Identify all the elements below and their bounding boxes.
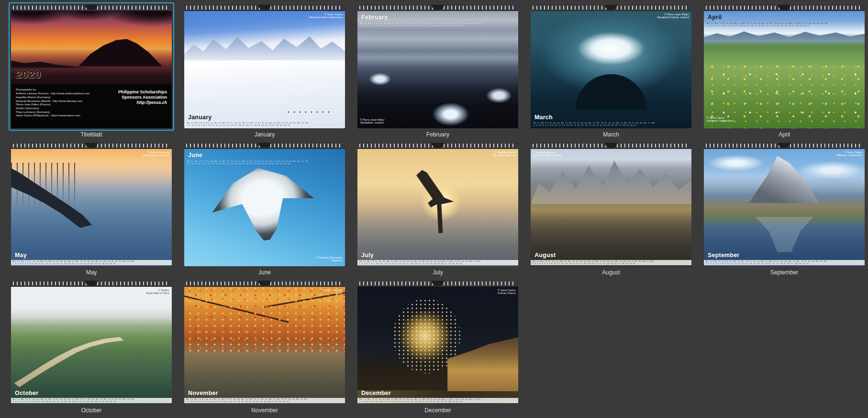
dates-strip: Mo Tu We Th Fr Sa Su Mo Tu We Th Fr Sa S… xyxy=(704,260,865,265)
island-silhouette xyxy=(78,37,162,67)
page-caption: January xyxy=(184,131,345,138)
dates-strip: Mo Tu We Th Fr Sa Su Mo Tu We Th Fr Sa S… xyxy=(184,160,345,165)
thumbnail-cell-january[interactable]: © Vanie CastroMelchsee-Frutt, Switzerlan… xyxy=(184,5,345,138)
calendar-page-june: June Mo Tu We Th Fr Sa Su Mo Tu We Th Fr… xyxy=(184,143,345,266)
thumbnail-cell-september[interactable]: © Vanie CastroRiffelsee, Switzerland Sep… xyxy=(704,143,865,276)
thumbnail-cell-july[interactable]: © Angelika WeizelInle Lake, Myanmar July… xyxy=(357,143,518,276)
spiral-binding xyxy=(11,281,172,287)
february-photo: February Mo Tu We Th Fr Sa Su Mo Tu We T… xyxy=(357,11,518,128)
hanger-notch xyxy=(258,281,271,286)
spiral-binding xyxy=(11,143,172,149)
spiral-binding xyxy=(11,5,172,11)
hanger-notch xyxy=(432,281,444,286)
credit-line: Pierre-Jean Pallez (France) xyxy=(16,102,90,106)
credit-line: Angelika Weizel (Germany) xyxy=(16,95,90,99)
selection-ring: 2020 Photographs by: Anthony Laissue (Fr… xyxy=(11,5,172,128)
thumbnail-cell-april[interactable]: April Mo Tu We Th Fr Sa Su Mo Tu We Th F… xyxy=(704,5,865,138)
thumbnail-cell-august[interactable]: © Anthony LaissueMassif du Giffre, Franc… xyxy=(531,143,691,276)
photo-credit: © Eduardo BernardesMaldives xyxy=(317,256,343,262)
photo-credit: © Angelika WeizelInle Lake, Myanmar xyxy=(492,151,516,157)
hanger-notch xyxy=(778,143,790,148)
september-photo: © Vanie CastroRiffelsee, Switzerland Sep… xyxy=(704,149,865,266)
calendar-page-july: © Angelika WeizelInle Lake, Myanmar July… xyxy=(357,143,518,266)
calendar-page-january: © Vanie CastroMelchsee-Frutt, Switzerlan… xyxy=(184,5,345,128)
page-caption: September xyxy=(704,269,865,276)
spiral-binding xyxy=(704,143,865,149)
mountain-range-shape xyxy=(184,31,345,60)
october-photo: © SteffenGreat Wall of China October Mo … xyxy=(11,287,172,404)
page-caption: Titelblatt xyxy=(11,131,172,138)
page-caption: August xyxy=(531,269,691,276)
calendar-page-october: © SteffenGreat Wall of China October Mo … xyxy=(11,281,172,404)
spiral-binding xyxy=(357,281,518,287)
thumbnail-cell-may[interactable]: © Anthony LaissueCarrasqueira, Portugal … xyxy=(11,143,172,276)
photo-credit: © Anthony LaissueCarrasqueira, Portugal xyxy=(143,151,169,157)
credits-heading: Photographs by: xyxy=(16,88,90,91)
hanger-notch xyxy=(258,143,271,148)
page-caption: December xyxy=(357,407,518,414)
calendar-page-march: © Pierre-Jean PallezVatnajökull Glacier,… xyxy=(531,5,691,128)
page-caption: October xyxy=(11,407,172,414)
credit-line: Vanie Castro (Philippines) - https://van… xyxy=(16,113,90,117)
cover-sunset-photo: 2020 xyxy=(11,11,172,84)
mountain-ridge-shape xyxy=(704,29,865,42)
photo-credit: © Vanie CastroMelchsee-Frutt, Switzerlan… xyxy=(310,13,343,19)
hanger-notch xyxy=(605,5,617,10)
calendar-page-cover: 2020 Photographs by: Anthony Laissue (Fr… xyxy=(11,5,172,128)
dates-strip: Mo Tu We Th Fr Sa Su Mo Tu We Th Fr Sa S… xyxy=(11,260,172,265)
month-name: October xyxy=(15,390,38,396)
photo-credit: © Pierre-Jean PallezVatnajökull Glacier,… xyxy=(657,13,689,19)
photo-credit: © Anthony LaissueMassif du Giffre, Franc… xyxy=(533,151,562,157)
november-photo: © Thies LehmannJapan November Mo Tu We T… xyxy=(184,287,345,404)
photo-credit: © Pierre-Jean PallezJökulsárlón, Iceland xyxy=(360,118,384,124)
hanger-notch xyxy=(85,5,98,10)
calendar-page-february: February Mo Tu We Th Fr Sa Su Mo Tu We T… xyxy=(357,5,518,128)
march-photo: © Pierre-Jean PallezVatnajökull Glacier,… xyxy=(531,11,691,128)
month-name: March xyxy=(534,114,553,121)
autumn-leaves-shape xyxy=(184,287,345,355)
thumbnail-cell-june[interactable]: June Mo Tu We Th Fr Sa Su Mo Tu We Th Fr… xyxy=(184,143,345,276)
photographer-credits: Photographs by: Anthony Laissue (France)… xyxy=(16,88,90,117)
page-caption: April xyxy=(704,131,865,138)
calendar-page-may: © Anthony LaissueCarrasqueira, Portugal … xyxy=(11,143,172,266)
month-name: July xyxy=(361,252,374,259)
thumbnail-cell-cover[interactable]: 2020 Photographs by: Anthony Laissue (Fr… xyxy=(11,5,172,138)
page-caption: February xyxy=(357,131,518,138)
page-caption: November xyxy=(184,407,345,414)
spiral-binding xyxy=(357,5,518,11)
hanger-notch xyxy=(432,5,444,10)
thumbnail-cell-november[interactable]: © Thies LehmannJapan November Mo Tu We T… xyxy=(184,281,345,414)
dates-strip: Mo Tu We Th Fr Sa Su Mo Tu We Th Fr Sa S… xyxy=(357,260,518,265)
thumbnail-cell-march[interactable]: © Pierre-Jean PallezVatnajökull Glacier,… xyxy=(531,5,691,138)
dates-strip: Mo Tu We Th Fr Sa Su Mo Tu We Th Fr Sa S… xyxy=(357,23,518,27)
hanger-notch xyxy=(778,5,790,10)
cave-arch-shape xyxy=(576,74,646,110)
matterhorn-shape xyxy=(749,156,820,203)
calendar-pages-grid: 2020 Photographs by: Anthony Laissue (Fr… xyxy=(0,0,868,414)
credit-line: Steffen (Germany) xyxy=(16,106,90,110)
hanger-notch xyxy=(258,5,271,10)
month-name: November xyxy=(188,390,218,396)
spiral-binding xyxy=(531,143,691,149)
credit-line: Thies Lehmann (Germany) xyxy=(16,110,90,114)
calendar-page-september: © Vanie CastroRiffelsee, Switzerland Sep… xyxy=(704,143,865,266)
manta-ray-shape xyxy=(207,161,319,247)
hanger-notch xyxy=(85,281,98,286)
june-photo: June Mo Tu We Th Fr Sa Su Mo Tu We Th Fr… xyxy=(184,149,345,266)
calendar-page-april: April Mo Tu We Th Fr Sa Su Mo Tu We Th F… xyxy=(704,5,865,128)
calendar-page-august: © Anthony LaissueMassif du Giffre, Franc… xyxy=(531,143,691,266)
spiral-binding xyxy=(184,281,345,287)
cover-year: 2020 xyxy=(16,68,41,81)
dates-strip: Mo Tu We Th Fr Sa Su Mo Tu We Th Fr Sa S… xyxy=(357,398,518,403)
month-name: February xyxy=(361,14,388,21)
thumbnail-cell-december[interactable]: © Vanie CastroColmar, France December Mo… xyxy=(357,281,518,414)
thumbnail-cell-october[interactable]: © SteffenGreat Wall of China October Mo … xyxy=(11,281,172,414)
photo-credit: © Vanie CastroRiffelsee, Switzerland xyxy=(836,151,862,157)
january-photo: © Vanie CastroMelchsee-Frutt, Switzerlan… xyxy=(184,11,345,128)
photo-credit: © Vanie CastroColmar, France xyxy=(498,289,516,295)
april-photo: April Mo Tu We Th Fr Sa Su Mo Tu We Th F… xyxy=(704,11,865,128)
org-line: Sponsors Association xyxy=(118,95,167,100)
month-name: August xyxy=(534,252,556,259)
thumbnail-cell-february[interactable]: February Mo Tu We Th Fr Sa Su Mo Tu We T… xyxy=(357,5,518,138)
month-name: January xyxy=(188,114,211,121)
